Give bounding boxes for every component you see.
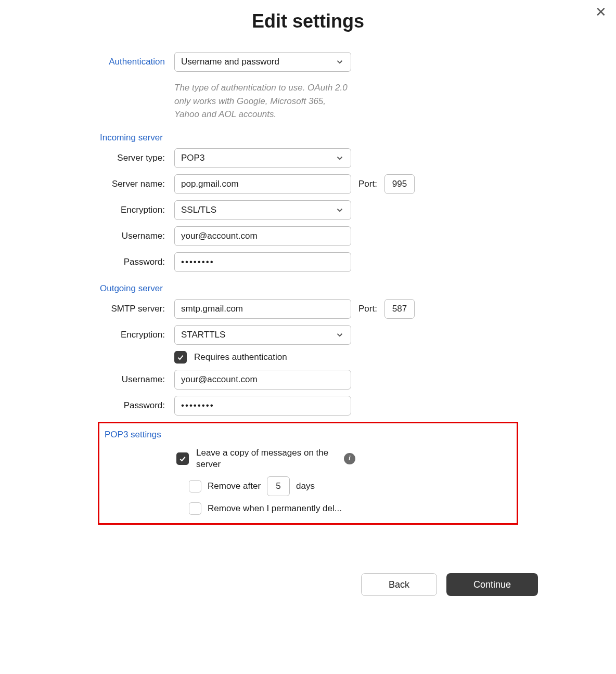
close-icon[interactable]: ✕: [595, 4, 607, 20]
remove-after-days-input[interactable]: [267, 476, 290, 496]
requires-authentication-checkbox[interactable]: [174, 351, 187, 364]
incoming-password-label: Password:: [84, 257, 165, 267]
remove-permanently-checkbox[interactable]: [189, 502, 201, 515]
incoming-password-input[interactable]: [174, 252, 351, 272]
back-button[interactable]: Back: [361, 573, 437, 596]
incoming-username-label: Username:: [84, 231, 165, 241]
incoming-encryption-value: SSL/TLS: [181, 205, 216, 215]
incoming-server-heading: Incoming server: [100, 133, 181, 143]
outgoing-port-input[interactable]: [384, 299, 415, 319]
outgoing-password-label: Password:: [84, 400, 165, 411]
chevron-down-icon: [335, 330, 344, 340]
server-name-label: Server name:: [84, 179, 165, 189]
leave-copy-label: Leave a copy of messages on the server: [196, 447, 337, 470]
authentication-help-text: The type of authentication to use. OAuth…: [174, 81, 351, 121]
incoming-encryption-select[interactable]: SSL/TLS: [174, 200, 351, 220]
server-type-label: Server type:: [84, 153, 165, 163]
incoming-port-label: Port:: [358, 179, 377, 189]
remove-after-post-label: days: [296, 481, 315, 491]
remove-after-checkbox[interactable]: [189, 480, 201, 492]
requires-authentication-label: Requires authentication: [194, 352, 287, 362]
outgoing-encryption-label: Encryption:: [84, 330, 165, 340]
incoming-server-name-input[interactable]: [174, 174, 351, 194]
pop3-settings-heading: POP3 settings: [105, 430, 507, 440]
incoming-username-input[interactable]: [174, 226, 351, 246]
incoming-port-input[interactable]: [384, 174, 415, 194]
incoming-encryption-label: Encryption:: [84, 205, 165, 215]
incoming-server-type-select[interactable]: POP3: [174, 148, 351, 168]
edit-settings-dialog: Edit settings Authentication Username an…: [84, 0, 532, 525]
outgoing-server-heading: Outgoing server: [100, 283, 181, 294]
chevron-down-icon: [335, 57, 344, 67]
smtp-server-label: SMTP server:: [84, 304, 165, 314]
outgoing-encryption-select[interactable]: STARTTLS: [174, 325, 351, 345]
incoming-server-type-value: POP3: [181, 153, 204, 163]
outgoing-smtp-server-input[interactable]: [174, 299, 351, 319]
pop3-settings-section: POP3 settings Leave a copy of messages o…: [98, 422, 518, 525]
outgoing-password-input[interactable]: [174, 396, 351, 416]
outgoing-username-input[interactable]: [174, 370, 351, 390]
leave-copy-checkbox[interactable]: [176, 452, 189, 465]
info-icon[interactable]: i: [344, 453, 355, 464]
dialog-footer: Back Continue: [361, 573, 538, 596]
outgoing-port-label: Port:: [358, 304, 377, 314]
dialog-title: Edit settings: [84, 10, 532, 32]
authentication-value: Username and password: [181, 57, 279, 67]
chevron-down-icon: [335, 153, 344, 163]
authentication-label: Authentication: [84, 57, 165, 67]
outgoing-encryption-value: STARTTLS: [181, 330, 225, 340]
remove-permanently-label: Remove when I permanently del...: [208, 503, 342, 514]
chevron-down-icon: [335, 205, 344, 215]
remove-after-pre-label: Remove after: [208, 481, 261, 491]
authentication-select[interactable]: Username and password: [174, 52, 351, 72]
continue-button[interactable]: Continue: [446, 573, 538, 596]
outgoing-username-label: Username:: [84, 374, 165, 385]
